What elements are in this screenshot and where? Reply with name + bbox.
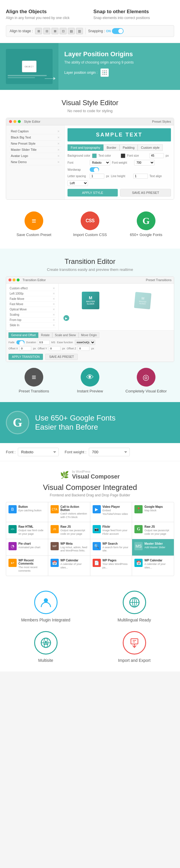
tab-border[interactable]: Border — [103, 144, 119, 151]
vc-text-maps: Google Maps Map block — [144, 505, 163, 513]
vc-text-flickr: Flickr Image feed from your Flickr accou… — [103, 525, 130, 536]
te-offset-z-input[interactable] — [78, 346, 89, 351]
te-preset-2[interactable]: Left 1000p✕ — [8, 291, 56, 297]
titlebar-dot-red[interactable] — [9, 120, 12, 123]
preset-item-6[interactable]: New Demo✕ — [9, 159, 61, 165]
wordwrap-toggle[interactable] — [90, 167, 99, 172]
align-objects-col: Align the Objects Align in any format yo… — [6, 9, 86, 20]
align-btn-6[interactable]: ▥ — [76, 28, 83, 34]
tab-custom-style[interactable]: Custom style — [138, 144, 163, 151]
letter-spacing-input[interactable] — [90, 174, 104, 179]
layer-mock-screen: OBJECT — [6, 49, 52, 84]
feature-completely-visual: ◎ Completely Visual Editor — [121, 368, 172, 393]
align-btn-4[interactable]: ⊡ — [60, 28, 67, 34]
apply-transition-button[interactable]: APPLY TRANSITION — [8, 354, 43, 360]
text-color-swatch[interactable] — [121, 153, 125, 158]
te-preset-8[interactable]: Slide In✕ — [8, 323, 56, 328]
vc-item-gfonts[interactable]: G Raw JS Output raw javascript code on y… — [132, 522, 174, 538]
vc-item-cta[interactable]: CTA Call to Action Button Catch visitors… — [48, 502, 90, 522]
te-tab-move[interactable]: Move Origin — [79, 332, 100, 338]
te-ease-label: Ease function — [57, 341, 73, 344]
te-play-button[interactable]: ▶ — [63, 315, 172, 321]
save-as-preset-button[interactable]: SAVE AS PRESET — [120, 189, 171, 196]
te-ease-select[interactable]: easeOutQuint — [75, 340, 95, 345]
preset-item-3[interactable]: New Preset Style✕ — [9, 141, 61, 147]
te-preset-5[interactable]: Optical Move✕ — [8, 307, 56, 312]
style-action-buttons: APPLY STYLE SAVE AS PRESET — [68, 189, 171, 196]
te-duration-input[interactable] — [38, 340, 50, 345]
vc-item-maps[interactable]: 📍 Google Maps Map block — [132, 502, 174, 522]
vc-item-piechart[interactable]: ◔ Pie chart Animated pie chart — [6, 539, 48, 556]
snap-toggle[interactable] — [112, 28, 123, 34]
te-action-buttons: APPLY TRANSITION SAVE AS PRESET — [8, 354, 172, 360]
te-offset-x-input[interactable] — [20, 346, 31, 351]
te-ms-label: MS — [51, 341, 56, 344]
te-fade-toggle[interactable] — [16, 340, 25, 344]
titlebar-dot-green[interactable] — [18, 120, 21, 123]
vc-item-wpcal2[interactable]: 📅 WP Calendar A calendar of your sites..… — [132, 556, 174, 576]
font-family-select[interactable]: Roboto — [18, 448, 59, 456]
align-btn-5[interactable]: ▤ — [68, 28, 75, 34]
te-subtitle: Create transitions easily and preview th… — [6, 267, 174, 272]
align-btn-3[interactable]: ⊠ — [51, 28, 59, 34]
vc-item-button[interactable]: B Button Eye catching button — [6, 502, 48, 522]
vc-item-masterslider[interactable]: MS Master Slider Add Master Slider — [132, 539, 174, 556]
style-editor-panel: SAMPLE TEXT Font and typography Border P… — [65, 125, 174, 199]
vc-item-wpcal1[interactable]: 📅 WP Calendar A calendar of your sites..… — [48, 556, 90, 576]
layer-origin-selector[interactable] — [101, 68, 109, 77]
vc-icon-masterslider: MS — [135, 542, 143, 550]
te-dot-green[interactable] — [17, 279, 20, 281]
font-weight-select[interactable]: 700 — [134, 160, 154, 165]
te-preset-6[interactable]: Scaling✕ — [8, 312, 56, 317]
tab-padding[interactable]: Padding — [119, 144, 138, 151]
preset-item-5[interactable]: Avatar Logo✕ — [9, 153, 61, 159]
te-offset-y-input[interactable] — [49, 346, 61, 351]
apply-style-button[interactable]: APPLY STYLE — [68, 189, 118, 196]
font-select[interactable]: Roboto — [90, 160, 110, 165]
font-size-input[interactable] — [149, 153, 164, 158]
vc-icon-wpcal2: 📅 — [135, 559, 143, 567]
bg-color-label: Background color — [68, 154, 90, 157]
font-weight-label: Font weight : — [65, 450, 86, 454]
te-preset-4[interactable]: Fast Move✕ — [8, 302, 56, 307]
bg-color-swatch[interactable] — [92, 153, 97, 158]
te-preset-1[interactable]: Custom effect✕ — [8, 286, 56, 291]
preset-item-2[interactable]: Black Big Text✕ — [9, 134, 61, 141]
align-btn-1[interactable]: ⊞ — [35, 28, 42, 34]
vc-item-rawhtml[interactable]: </> Raw HTML Output raw html code on you… — [6, 522, 48, 538]
font-weight-select-2[interactable]: 700 — [89, 448, 130, 456]
vc-item-wppages[interactable]: 📄 WP Pages Your sites WordPress pa... — [90, 556, 132, 576]
te-preset-3[interactable]: Fade Move✕ — [8, 297, 56, 302]
vc-item-video[interactable]: ▶ Video Player Embed YouTube/Vimeo video — [90, 502, 132, 522]
te-features-row: ≡ Preset Transitions 👁 Instant Preview ◎… — [6, 362, 174, 399]
text-align-select[interactable]: Left — [68, 180, 88, 186]
instant-preview-icon: 👁 — [81, 368, 99, 386]
vc-item-rawjs[interactable]: JS Raw JS Output raw javascript code on … — [48, 522, 90, 538]
line-height-input[interactable] — [133, 174, 148, 179]
vc-item-flickr[interactable]: 📷 Flickr Image feed from your Flickr acc… — [90, 522, 132, 538]
preset-item-4[interactable]: Master Slider Title✕ — [9, 147, 61, 153]
te-preset-7[interactable]: From top✕ — [8, 317, 56, 323]
preset-item-1[interactable]: Red Caption✕ — [9, 128, 61, 134]
te-tab-general[interactable]: General and Offset — [8, 332, 38, 338]
te-tab-rotate[interactable]: Rotate — [38, 332, 52, 338]
g-letter: G — [13, 415, 23, 430]
vc-icon-wpcal1: 📅 — [50, 559, 59, 567]
te-tab-scale[interactable]: Scale and Skew — [52, 332, 79, 338]
feature-preset-transitions: ≡ Preset Transitions — [9, 368, 59, 393]
align-btn-2[interactable]: ⊟ — [43, 28, 50, 34]
font-weight-label: Font weight — [112, 161, 132, 164]
vc-item-wpmeta[interactable]: WP WP Meta Log in/out, admin, feed and W… — [48, 539, 90, 556]
te-dot-red[interactable] — [8, 279, 11, 281]
text-color-label: Text color — [99, 154, 119, 157]
feature-import-css: CSS Import Custom CSS — [65, 211, 115, 237]
te-dot-yellow[interactable] — [12, 279, 15, 281]
vc-item-recentcomments[interactable]: ↩ WP Recent Comments The most recent com… — [6, 556, 48, 576]
titlebar-dot-yellow[interactable] — [13, 120, 16, 123]
preset-list-panel: Red Caption✕ Black Big Text✕ New Preset … — [6, 125, 65, 199]
layer-origin-row: Layer position origin : — [64, 68, 174, 77]
import-export-icon — [123, 631, 146, 654]
tab-font-typography[interactable]: Font and typography — [68, 144, 103, 151]
vc-item-wpsearch[interactable]: 🔍 WP Search A search form for your site. — [90, 539, 132, 556]
te-save-preset-button[interactable]: SAVE AS PRESET — [45, 354, 77, 360]
